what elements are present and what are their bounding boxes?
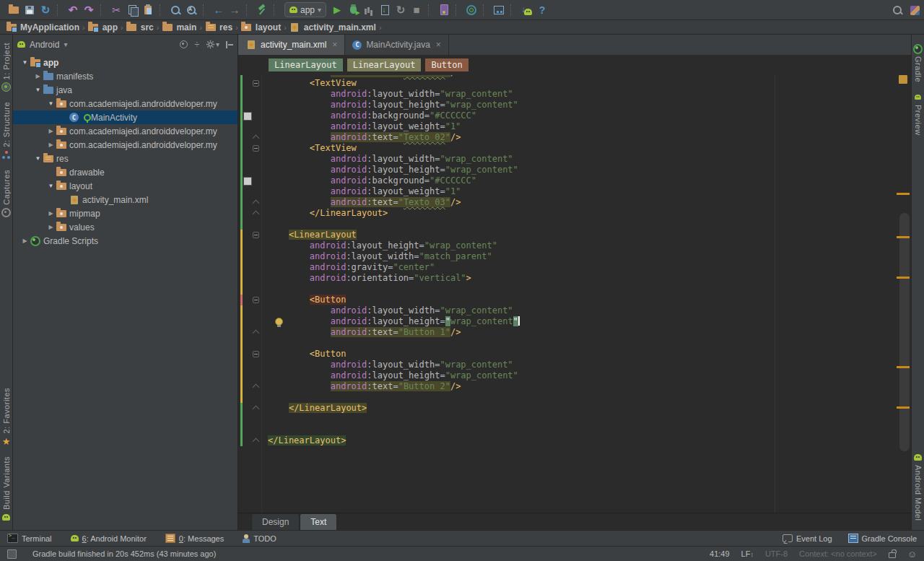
context-widget[interactable]: Context: <no context> — [799, 549, 877, 558]
sync-files-icon[interactable]: ↻ — [38, 2, 53, 18]
lock-icon[interactable] — [889, 552, 896, 558]
code-line[interactable] — [238, 414, 895, 425]
code-line[interactable]: <LinearLayout — [238, 230, 895, 240]
intention-bulb-icon[interactable] — [275, 318, 283, 326]
search-everywhere-icon[interactable] — [893, 6, 902, 14]
code-line[interactable]: android:orientation="vertical"> — [238, 273, 895, 284]
fold-collapse-icon[interactable] — [253, 297, 259, 303]
tree-row[interactable]: ▼res — [13, 152, 237, 165]
breadcrumb-item[interactable]: app — [88, 22, 118, 32]
find-icon[interactable] — [167, 2, 183, 18]
code-line[interactable]: android:layout_width="wrap_content" — [238, 360, 895, 370]
stop-icon[interactable]: ■ — [409, 2, 424, 18]
make-project-icon[interactable] — [254, 2, 270, 18]
code-line[interactable]: </LinearLayout> — [238, 403, 895, 414]
open-icon[interactable] — [6, 2, 22, 18]
sidebar-item-favorites[interactable]: 2: Favorites ★ — [1, 388, 11, 445]
code-line[interactable] — [238, 338, 895, 349]
fold-end-icon[interactable] — [253, 384, 260, 391]
code-editor[interactable]: android:text="Texto 01"/> <TextView andr… — [238, 75, 911, 513]
code-line[interactable]: android:layout_height="wrap_content" — [238, 316, 895, 327]
sidebar-item-gradle[interactable]: Gradle — [913, 44, 923, 82]
forward-icon[interactable]: → — [227, 2, 243, 18]
hide-panel-icon[interactable] — [226, 41, 233, 48]
breadcrumb-linearlayout-1[interactable]: LinearLayout — [269, 58, 343, 71]
toolwindow-todo[interactable]: TODO — [243, 534, 276, 543]
attach-debugger-icon[interactable] — [377, 2, 393, 18]
breadcrumb-item[interactable]: src — [126, 22, 154, 32]
paste-icon[interactable] — [140, 2, 156, 18]
fold-end-icon[interactable] — [253, 330, 260, 337]
toolwindow-gradle-console[interactable]: Gradle Console — [848, 534, 917, 543]
breadcrumb-item[interactable]: main — [162, 22, 196, 32]
tree-row[interactable]: ▶mipmap — [13, 206, 237, 220]
code-line[interactable] — [238, 284, 895, 295]
fold-end-icon[interactable] — [253, 135, 260, 142]
sidebar-item-build-variants[interactable]: Build Variants — [1, 456, 11, 522]
tree-row[interactable]: ▶Gradle Scripts — [13, 234, 237, 248]
scrollbar-thumb[interactable] — [899, 213, 910, 451]
code-line[interactable]: android:text="Button 2"/> — [238, 381, 895, 392]
code-line[interactable]: </LinearLayout> — [238, 208, 895, 219]
sidebar-item-project[interactable]: 1: Project — [1, 43, 11, 92]
avatar[interactable] — [910, 6, 920, 15]
undo-icon[interactable]: ↶ — [65, 2, 81, 18]
code-line[interactable]: android:layout_weight="1" — [238, 186, 895, 197]
code-line[interactable]: <Button — [238, 349, 895, 360]
breadcrumb-item[interactable]: MyApplication — [6, 22, 79, 32]
sidebar-item-captures[interactable]: Captures — [1, 170, 11, 217]
download-components-icon[interactable] — [518, 2, 534, 18]
code-line[interactable]: <TextView — [238, 78, 895, 89]
code-line[interactable]: android:layout_height="wrap_content" — [238, 240, 895, 251]
fold-collapse-icon[interactable] — [253, 145, 259, 152]
fold-end-icon[interactable] — [253, 211, 260, 218]
debug-icon[interactable] — [345, 2, 361, 18]
avd-manager-icon[interactable] — [436, 2, 452, 18]
run-configuration-select[interactable]: app ▾ — [284, 2, 326, 17]
code-line[interactable]: android:layout_height="wrap_content" — [238, 100, 895, 110]
code-line[interactable]: android:layout_height="wrap_content" — [238, 165, 895, 175]
back-icon[interactable]: ← — [211, 2, 227, 18]
file-encoding[interactable]: UTF-8 — [765, 549, 788, 558]
close-icon[interactable]: × — [332, 40, 337, 50]
tab-mainactivity-java[interactable]: C MainActivity.java × — [345, 35, 449, 55]
save-icon[interactable] — [22, 2, 38, 18]
breadcrumb-linearlayout-2[interactable]: LinearLayout — [347, 58, 422, 71]
locate-icon[interactable] — [180, 40, 188, 48]
tree-row[interactable]: ▼java — [13, 83, 237, 97]
tab-activity-main-xml[interactable]: activity_main.xml × — [238, 35, 345, 55]
breadcrumb-item[interactable]: res — [205, 22, 232, 32]
code-line[interactable]: android:layout_width="wrap_content" — [238, 89, 895, 100]
fold-collapse-icon[interactable] — [253, 351, 259, 357]
sidebar-item-structure[interactable]: 2: Structure — [1, 102, 11, 160]
tool-window-switcher-icon[interactable] — [7, 549, 17, 559]
breadcrumb-button[interactable]: Button — [425, 58, 468, 71]
tree-row[interactable]: ▼app — [13, 56, 237, 69]
sidebar-item-android-model[interactable]: Android Model — [913, 453, 923, 521]
run-icon[interactable]: ▶ — [329, 2, 345, 18]
code-line[interactable]: <Button — [238, 295, 895, 305]
code-line[interactable]: android:gravity="center" — [238, 262, 895, 273]
code-line[interactable] — [238, 219, 895, 230]
code-line[interactable] — [238, 392, 895, 403]
fold-collapse-icon[interactable] — [253, 232, 259, 238]
code-line[interactable]: <TextView — [238, 143, 895, 154]
code-line[interactable]: android:text="Button 1"/> — [238, 327, 895, 338]
redo-icon[interactable]: ↷ — [81, 2, 97, 18]
tree-row[interactable]: ▶values — [13, 220, 237, 234]
code-line[interactable] — [238, 425, 895, 435]
editor-scrollbar[interactable] — [895, 75, 911, 513]
toolwindow-event-log[interactable]: Event Log — [783, 534, 832, 543]
rerun-icon[interactable]: ↻ — [393, 2, 409, 18]
tree-row[interactable]: ▶manifests — [13, 69, 237, 83]
code-line[interactable]: android:background="#CCCCCC" — [238, 175, 895, 186]
hector-inspector-icon[interactable]: ☺ — [907, 549, 917, 559]
tree-row[interactable]: ▶com.academiajedi.androiddveloper.my — [13, 138, 237, 152]
cut-icon[interactable]: ✂ — [108, 2, 124, 18]
run-with-coverage-icon[interactable] — [361, 2, 377, 18]
color-preview-swatch[interactable] — [243, 177, 252, 186]
tree-row[interactable]: drawable — [13, 165, 237, 179]
tree-row[interactable]: ▶com.academiajedi.androiddveloper.my — [13, 124, 237, 138]
color-preview-swatch[interactable] — [243, 112, 252, 121]
replace-icon[interactable]: A — [183, 2, 199, 18]
